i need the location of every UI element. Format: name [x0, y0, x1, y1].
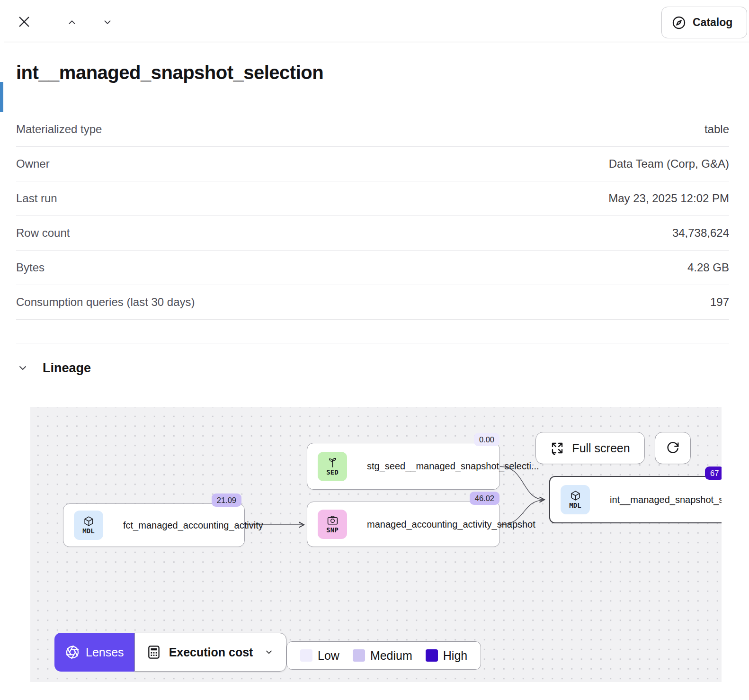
seed-type-chip: SED: [318, 452, 347, 481]
compass-icon: [671, 15, 687, 30]
page-title: int__managed_snapshot_selection: [16, 42, 729, 83]
node-label: fct_managed_accounting_activity: [123, 520, 263, 531]
catalog-button[interactable]: Catalog: [661, 7, 747, 38]
node-type-label: MDL: [82, 527, 94, 535]
node-label: managed_accounting_activity_snapshot: [367, 519, 535, 530]
table-row: Consumption queries (last 30 days) 197: [16, 285, 729, 319]
lineage-node-stg-seed-managed-snapshot-selection[interactable]: 0.00 SED stg_seed__managed_snapshot_sele…: [307, 443, 500, 490]
refresh-icon: [666, 441, 680, 455]
legend-item-high: High: [426, 649, 467, 663]
table-row: Last run May 23, 2025 12:02 PM: [16, 181, 729, 215]
left-edge-rail: [0, 0, 4, 700]
meta-label: Consumption queries (last 30 days): [16, 296, 195, 309]
lineage-node-managed-accounting-activity-snapshot[interactable]: 46.02 SNP managed_accounting_activity_sn…: [307, 502, 500, 547]
legend-swatch-high: [426, 649, 438, 662]
metadata-spacer: [16, 319, 729, 343]
rail-active-indicator: [0, 82, 3, 112]
lineage-section-title: Lineage: [43, 361, 91, 376]
aperture-icon: [65, 645, 80, 660]
snapshot-type-chip: SNP: [318, 510, 347, 539]
metadata-table: Materialized type table Owner Data Team …: [16, 112, 729, 343]
lenses-button[interactable]: Lenses: [54, 633, 134, 672]
detail-panel: int__managed_snapshot_selection Material…: [0, 42, 749, 682]
topbar-divider: [49, 5, 49, 38]
meta-label: Materialized type: [16, 123, 102, 136]
lens-controls: Lenses Execution cost: [54, 633, 286, 672]
lineage-collapse-toggle[interactable]: [16, 362, 29, 374]
fullscreen-button-label: Full screen: [572, 441, 630, 455]
cost-badge: 46.02: [470, 492, 499, 505]
sprout-icon: [327, 457, 339, 468]
meta-value: 34,738,624: [672, 226, 729, 240]
table-row: Bytes 4.28 GB: [16, 250, 729, 285]
legend-label: Medium: [370, 649, 412, 663]
lineage-node-fct-managed-accounting-activity[interactable]: 21.09 MDL fct_managed_accounting_activit…: [63, 503, 245, 547]
lenses-button-label: Lenses: [86, 646, 124, 659]
fullscreen-button[interactable]: Full screen: [535, 432, 645, 464]
meta-label: Row count: [16, 226, 70, 240]
node-type-label: SNP: [326, 526, 338, 534]
cube-icon: [83, 515, 95, 527]
cost-badge: 21.09: [212, 494, 241, 507]
chevron-down-icon: [263, 647, 275, 657]
lineage-node-int-managed-snapshot-selection[interactable]: 67 MDL int__managed_snapshot_selection: [549, 476, 722, 523]
refresh-graph-button[interactable]: [655, 432, 691, 464]
node-label: int__managed_snapshot_selection: [610, 494, 722, 505]
camera-icon: [327, 514, 339, 526]
legend-item-low: Low: [300, 649, 339, 663]
legend-item-medium: Medium: [353, 649, 412, 663]
previous-item-button[interactable]: [64, 16, 80, 29]
meta-label: Owner: [16, 157, 50, 171]
node-type-label: MDL: [569, 502, 581, 510]
model-type-chip: MDL: [74, 511, 103, 540]
lens-selector-dropdown[interactable]: Execution cost: [134, 633, 287, 672]
expand-arrows-icon: [550, 441, 564, 455]
catalog-button-label: Catalog: [693, 16, 732, 29]
node-type-label: SED: [326, 468, 338, 476]
cost-badge: 67: [705, 467, 722, 480]
close-icon: [17, 14, 32, 29]
chevron-down-icon: [101, 17, 114, 27]
cost-badge: 0.00: [474, 433, 499, 446]
table-row: Row count 34,738,624: [16, 215, 729, 250]
meta-value: May 23, 2025 12:02 PM: [608, 192, 729, 205]
chevron-down-icon: [16, 362, 29, 374]
close-button[interactable]: [16, 13, 33, 30]
meta-value: table: [704, 123, 729, 136]
chevron-up-icon: [66, 17, 78, 27]
table-row: Materialized type table: [16, 112, 729, 146]
meta-value: Data Team (Corp, G&A): [609, 157, 729, 171]
legend-swatch-medium: [353, 649, 365, 662]
legend-label: High: [443, 649, 467, 663]
model-type-chip: MDL: [561, 485, 590, 514]
cost-legend: Low Medium High: [286, 641, 481, 670]
cube-icon: [570, 490, 581, 502]
lens-selected-label: Execution cost: [169, 646, 253, 659]
meta-label: Bytes: [16, 261, 45, 274]
top-bar: Catalog: [0, 0, 749, 42]
legend-swatch-low: [300, 649, 312, 662]
meta-value: 197: [710, 296, 729, 309]
meta-label: Last run: [16, 192, 57, 205]
node-label: stg_seed__managed_snapshot_selecti...: [367, 461, 539, 472]
execution-cost-icon: [146, 645, 161, 660]
table-row: Owner Data Team (Corp, G&A): [16, 146, 729, 181]
legend-label: Low: [318, 649, 339, 663]
next-item-button[interactable]: [100, 16, 115, 29]
lineage-graph-canvas[interactable]: 21.09 MDL fct_managed_accounting_activit…: [30, 407, 722, 682]
meta-value: 4.28 GB: [687, 261, 729, 274]
